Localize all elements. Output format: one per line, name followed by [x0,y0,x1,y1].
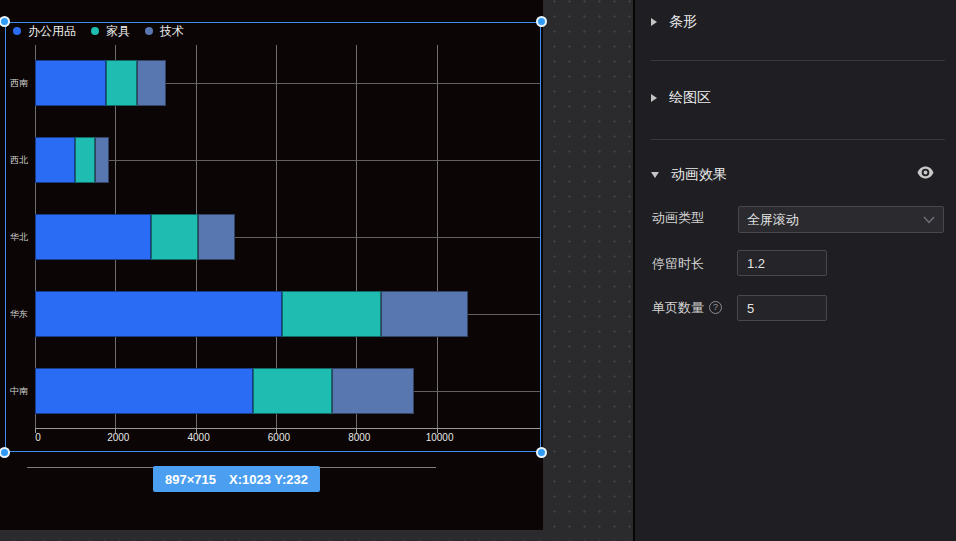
legend-item[interactable]: 家具 [91,24,130,38]
design-workspace[interactable]: 办公用品家具技术 西南西北华北华东中南 02000400060008000100… [0,0,633,541]
bar-row [35,137,109,183]
expand-arrow-icon [651,172,659,178]
x-axis-tick-label: 4000 [188,432,210,444]
stay-duration-input[interactable] [737,250,827,276]
bar-segment[interactable] [35,214,151,260]
stay-duration-label: 停留时长 [652,256,704,271]
x-axis-tick-label: 2000 [107,432,129,444]
bar-segment[interactable] [198,214,235,260]
y-axis-category-label: 中南 [0,386,28,397]
bar-segment[interactable] [282,291,381,337]
y-axis-category-label: 西南 [0,78,28,89]
section-animation[interactable]: 动画效果 [651,164,943,186]
y-axis-category-label: 华北 [0,232,28,243]
bar-segment[interactable] [95,137,109,183]
y-axis-category-label: 华东 [0,309,28,320]
tooltip-coords: X:1023 Y:232 [229,472,308,487]
bar-segment[interactable] [253,368,333,414]
collapse-arrow-icon [651,18,657,26]
animation-type-value: 全屏滚动 [747,211,923,229]
bar-row [35,368,414,414]
x-axis-tick-label: 0 [35,432,41,444]
tooltip-size: 897×715 [165,472,216,487]
resize-handle-top-left[interactable] [0,16,10,27]
collapse-arrow-icon [651,94,657,102]
eye-icon[interactable] [915,162,935,182]
app-root: 办公用品家具技术 西南西北华北华东中南 02000400060008000100… [0,0,956,541]
x-axis-tick-label: 6000 [268,432,290,444]
section-title: 动画效果 [671,166,727,184]
bar-row [35,60,166,106]
legend-label: 家具 [106,24,130,38]
properties-panel: 条形 绘图区 动画效果 动画类型 全屏滚动 停留 [633,0,956,541]
bar-row [35,291,468,337]
divider [651,139,945,140]
resize-handle-bottom-left[interactable] [0,447,10,458]
animation-type-label: 动画类型 [652,210,704,225]
page-count-label-text: 单页数量 [652,300,704,315]
chart-canvas[interactable]: 办公用品家具技术 西南西北华北华东中南 02000400060008000100… [0,0,543,530]
legend-item[interactable]: 办公用品 [13,24,76,38]
size-position-tooltip: 897×715 X:1023 Y:232 [153,466,320,492]
legend-item[interactable]: 技术 [145,24,184,38]
bar-segment[interactable] [35,368,253,414]
chart-legend: 办公用品家具技术 [13,24,184,38]
help-icon[interactable]: ? [709,301,722,314]
gridline-horizontal [35,160,541,161]
legend-dot-icon [145,27,153,35]
section-title: 条形 [669,13,697,31]
divider [651,60,945,61]
plot-area [35,45,541,429]
bar-segment[interactable] [151,214,198,260]
section-plot-area[interactable]: 绘图区 [651,87,943,109]
section-bar[interactable]: 条形 [651,11,943,33]
bar-segment[interactable] [106,60,137,106]
bar-segment[interactable] [35,291,282,337]
y-axis-category-label: 西北 [0,155,28,166]
legend-label: 技术 [160,24,184,38]
legend-dot-icon [13,27,21,35]
section-title: 绘图区 [669,89,711,107]
resize-handle-top-right[interactable] [536,16,547,27]
x-axis-tick-label: 8000 [348,432,370,444]
x-axis-tick-label: 10000 [426,432,454,444]
bar-segment[interactable] [332,368,414,414]
bar-segment[interactable] [381,291,468,337]
chevron-down-icon [923,216,935,224]
legend-dot-icon [91,27,99,35]
page-count-input[interactable] [737,295,827,321]
bar-segment[interactable] [35,60,106,106]
animation-type-select[interactable]: 全屏滚动 [738,206,944,233]
bar-row [35,214,235,260]
bar-segment[interactable] [35,137,75,183]
legend-label: 办公用品 [28,24,76,38]
bar-segment[interactable] [137,60,166,106]
bar-segment[interactable] [75,137,95,183]
page-count-label: 单页数量 ? [652,300,722,315]
resize-handle-bottom-right[interactable] [536,447,547,458]
